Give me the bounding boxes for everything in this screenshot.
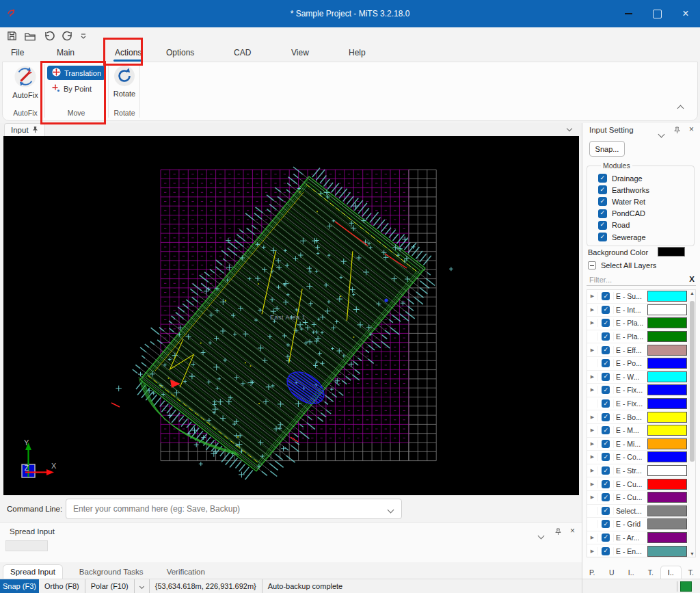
layer-row[interactable]: E - Fix... <box>587 397 695 411</box>
layer-row[interactable]: E - Ar... <box>587 531 695 545</box>
close-icon[interactable]: × <box>570 526 575 536</box>
layer-row[interactable]: E - Int... <box>587 304 695 317</box>
ribbon-tab[interactable]: Options <box>165 44 196 62</box>
module-checkbox[interactable] <box>598 174 607 183</box>
ortho-toggle[interactable]: Ortho (F8) <box>39 579 85 593</box>
layer-color-swatch[interactable] <box>647 412 687 423</box>
save-icon[interactable] <box>7 31 17 41</box>
polar-dropdown-icon[interactable] <box>135 579 150 593</box>
layer-row[interactable]: E - Co... <box>587 451 695 464</box>
module-row[interactable]: Road <box>598 220 694 231</box>
pin-icon[interactable] <box>555 528 561 538</box>
layer-color-swatch[interactable] <box>647 291 687 302</box>
collapse-ribbon-icon[interactable] <box>678 103 683 113</box>
module-row[interactable]: Water Ret <box>598 196 694 207</box>
layer-checkbox[interactable] <box>602 306 610 314</box>
layer-row[interactable]: E - Pla... <box>587 317 695 330</box>
panel-chevron-icon[interactable] <box>539 531 543 540</box>
layer-color-swatch[interactable] <box>647 518 687 529</box>
spread-input-cell[interactable] <box>5 540 48 551</box>
layer-row[interactable]: Select... <box>587 505 695 518</box>
expand-arrow-icon[interactable] <box>587 427 597 433</box>
autofix-button[interactable]: AutoFix <box>8 65 42 107</box>
expand-arrow-icon[interactable] <box>587 454 597 460</box>
snap-settings-button[interactable]: Snap... <box>589 141 625 157</box>
tab-input[interactable]: Input <box>4 123 45 136</box>
layer-checkbox[interactable] <box>602 373 610 381</box>
expand-arrow-icon[interactable] <box>587 441 597 447</box>
layer-color-swatch[interactable] <box>647 505 687 516</box>
expand-arrow-icon[interactable] <box>587 387 597 393</box>
background-color-swatch[interactable] <box>658 247 685 256</box>
select-all-layers[interactable]: Select All Layers <box>588 261 656 269</box>
panel-mini-tab[interactable]: U <box>602 566 622 579</box>
scrollbar-thumb[interactable] <box>690 301 695 462</box>
layer-color-swatch[interactable] <box>647 479 687 490</box>
panel-mini-tab[interactable]: P. <box>582 566 602 579</box>
layer-row[interactable]: E - Eff... <box>587 343 695 357</box>
layer-checkbox[interactable] <box>602 493 610 501</box>
expand-arrow-icon[interactable] <box>587 307 597 313</box>
layer-checkbox[interactable] <box>602 547 610 555</box>
open-folder-icon[interactable] <box>25 31 36 41</box>
layer-color-swatch[interactable] <box>647 384 687 395</box>
layer-row[interactable]: E - En... <box>587 544 695 557</box>
expand-arrow-icon[interactable] <box>587 535 597 540</box>
layer-row[interactable]: E - Mi... <box>587 438 695 451</box>
layer-checkbox[interactable] <box>602 399 610 408</box>
layer-row[interactable]: E - Grid <box>587 518 695 531</box>
filter-clear-button[interactable]: X <box>689 275 695 283</box>
expand-arrow-icon[interactable] <box>587 374 597 380</box>
layer-checkbox[interactable] <box>602 480 610 488</box>
layer-row[interactable]: E - M... <box>587 424 695 438</box>
expand-arrow-icon[interactable] <box>587 414 597 420</box>
layer-checkbox[interactable] <box>602 346 610 354</box>
layer-color-swatch[interactable] <box>647 317 687 328</box>
layer-checkbox[interactable] <box>602 359 610 367</box>
layer-color-swatch[interactable] <box>647 331 687 342</box>
layer-checkbox[interactable] <box>602 426 610 434</box>
module-checkbox[interactable] <box>598 221 607 230</box>
rotate-button[interactable]: Rotate <box>110 65 139 107</box>
scroll-down-icon[interactable]: ▼ <box>688 551 696 556</box>
layer-color-swatch[interactable] <box>647 345 687 356</box>
layer-color-swatch[interactable] <box>647 371 687 382</box>
ribbon-tab[interactable]: File <box>10 44 25 62</box>
layer-filter-input[interactable]: Filter... X <box>587 275 696 286</box>
ribbon-tab[interactable]: Main <box>55 44 76 62</box>
layer-checkbox[interactable] <box>602 466 610 475</box>
layer-checkbox[interactable] <box>602 453 610 461</box>
layer-color-swatch[interactable] <box>647 492 687 503</box>
layer-checkbox[interactable] <box>602 440 610 448</box>
panel-chevron-icon[interactable] <box>659 129 664 139</box>
layer-row[interactable]: E - Po... <box>587 357 695 371</box>
module-checkbox[interactable] <box>598 209 607 218</box>
polar-toggle[interactable]: Polar (F10) <box>85 579 135 593</box>
panel-mini-tab[interactable]: T. <box>641 566 661 579</box>
layer-row[interactable]: E - W... <box>587 371 695 384</box>
layer-row[interactable]: E - Bo... <box>587 410 695 424</box>
layer-checkbox[interactable] <box>602 533 610 542</box>
customize-toolbar-icon[interactable] <box>81 33 86 40</box>
expand-arrow-icon[interactable] <box>587 293 597 299</box>
ribbon-tab[interactable]: Actions <box>113 44 143 62</box>
close-icon[interactable]: × <box>689 124 694 134</box>
panel-mini-tab[interactable]: T. <box>682 566 700 579</box>
doc-tabbar-chevron-icon[interactable] <box>567 126 572 131</box>
module-row[interactable]: Sewerage <box>598 231 694 243</box>
layer-color-swatch[interactable] <box>647 425 687 436</box>
layer-row[interactable]: E - Cu... <box>587 477 695 491</box>
module-checkbox[interactable] <box>598 233 607 241</box>
layer-checkbox[interactable] <box>602 319 610 327</box>
collapse-tree-icon[interactable] <box>588 261 596 269</box>
pin-icon[interactable] <box>32 126 38 135</box>
module-checkbox[interactable] <box>598 185 607 194</box>
layer-checkbox[interactable] <box>602 507 610 515</box>
layer-checkbox[interactable] <box>602 413 610 421</box>
cad-viewport[interactable]: East Area 1YXZ <box>3 136 579 495</box>
translation-button[interactable]: Translation <box>47 66 105 80</box>
module-checkbox[interactable] <box>598 197 607 206</box>
layer-color-swatch[interactable] <box>647 438 687 449</box>
layer-color-swatch[interactable] <box>647 451 687 462</box>
layer-color-swatch[interactable] <box>647 398 687 409</box>
